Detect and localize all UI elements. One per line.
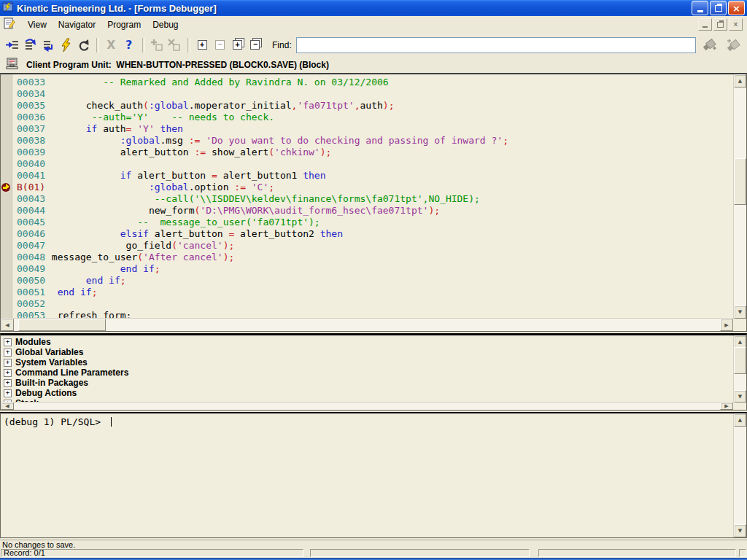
expand-plus-icon[interactable]: + bbox=[4, 349, 12, 357]
collapse-all-button[interactable]: − bbox=[247, 36, 263, 54]
source-vertical-scrollbar[interactable]: ▲ ▼ bbox=[733, 74, 746, 319]
mdi-restore-button[interactable] bbox=[713, 18, 727, 31]
mdi-close-button[interactable]: × bbox=[729, 18, 743, 31]
gutter-cell[interactable] bbox=[1, 147, 17, 158]
tree-item-system-variables[interactable]: +System Variables bbox=[1, 357, 733, 368]
tree-item-modules[interactable]: +Modules bbox=[1, 337, 733, 347]
expand-plus-icon[interactable]: + bbox=[4, 369, 12, 377]
scroll-thumb[interactable] bbox=[734, 347, 746, 374]
gutter-cell[interactable] bbox=[1, 228, 17, 240]
menu-view[interactable]: View bbox=[22, 18, 53, 32]
gutter-cell[interactable] bbox=[1, 170, 17, 182]
expand-plus-icon[interactable]: + bbox=[4, 379, 12, 387]
scroll-up-button[interactable]: ▲ bbox=[734, 74, 746, 88]
scroll-up-button[interactable]: ▲ bbox=[734, 413, 746, 427]
go-button[interactable] bbox=[58, 36, 74, 54]
tree-item-built-in-packages[interactable]: +Built-in Packages bbox=[1, 378, 733, 388]
gutter-cell[interactable] bbox=[1, 88, 17, 100]
expand-all-button[interactable]: + bbox=[230, 36, 246, 54]
reset-button[interactable] bbox=[75, 36, 91, 54]
help-button[interactable]: ? bbox=[120, 36, 136, 54]
status-message: No changes to save. bbox=[0, 540, 747, 549]
expand-all-icon: + bbox=[233, 40, 242, 50]
insert-item-button[interactable] bbox=[149, 36, 165, 54]
gutter-cell[interactable] bbox=[1, 135, 17, 147]
code-line: 00041 if alert_button = alert_button1 th… bbox=[1, 170, 733, 182]
stop-button[interactable]: X bbox=[103, 36, 119, 54]
tree-item-label: Modules bbox=[15, 337, 51, 347]
scroll-left-button[interactable]: ◀ bbox=[1, 402, 14, 410]
step-out-button[interactable] bbox=[40, 36, 56, 54]
step-over-button[interactable] bbox=[22, 36, 38, 54]
console-vertical-scrollbar[interactable]: ▲ ▼ bbox=[733, 413, 746, 537]
scroll-thumb[interactable] bbox=[18, 319, 106, 331]
scroll-right-button[interactable]: ▶ bbox=[720, 402, 733, 410]
gutter-cell[interactable] bbox=[1, 240, 17, 252]
scroll-right-button[interactable]: ▶ bbox=[720, 319, 733, 331]
tree-item-global-variables[interactable]: +Global Variables bbox=[1, 347, 733, 357]
gutter-cell[interactable] bbox=[1, 263, 17, 275]
code-text: end if; bbox=[46, 275, 126, 287]
code-text: -- message_to_user('fa071tpt'); bbox=[46, 217, 320, 228]
gutter-cell[interactable] bbox=[1, 287, 17, 298]
tree-horizontal-scrollbar[interactable]: ◀ ▶ bbox=[1, 402, 733, 410]
expand-plus-icon[interactable]: + bbox=[4, 359, 12, 367]
gutter-cell[interactable] bbox=[1, 252, 17, 263]
line-number: 00040 bbox=[17, 158, 46, 170]
gutter-cell[interactable] bbox=[1, 193, 17, 205]
code-text: end if; bbox=[46, 263, 160, 275]
status-segment bbox=[310, 549, 530, 557]
debug-console-pane[interactable]: (debug 1) PL/SQL> ▲ ▼ bbox=[0, 412, 747, 538]
scroll-down-button[interactable]: ▼ bbox=[734, 306, 746, 319]
search-forward-button[interactable] bbox=[702, 36, 718, 54]
scroll-left-button[interactable]: ◀ bbox=[1, 319, 14, 331]
gutter-cell[interactable] bbox=[1, 298, 17, 310]
code-text: if alert_button = alert_button1 then bbox=[46, 170, 326, 182]
step-into-button[interactable] bbox=[4, 36, 20, 54]
source-horizontal-scrollbar[interactable]: ◀ ▶ bbox=[1, 318, 733, 331]
scroll-down-button[interactable]: ▼ bbox=[734, 390, 746, 402]
gutter-cell[interactable] bbox=[1, 100, 17, 112]
gutter-cell[interactable] bbox=[1, 123, 17, 135]
find-input[interactable] bbox=[296, 37, 696, 53]
gutter-cell[interactable] bbox=[1, 77, 17, 88]
breakpoint-icon[interactable] bbox=[1, 182, 17, 193]
code-line: 00034 bbox=[1, 88, 733, 100]
line-number: 00050 bbox=[17, 275, 46, 287]
toolbar-separator bbox=[187, 38, 190, 52]
gutter-cell[interactable] bbox=[1, 205, 17, 217]
restore-button[interactable] bbox=[710, 1, 727, 15]
collapse-icon: − bbox=[215, 40, 225, 50]
code-lines[interactable]: 00033 -- Remarked and Added by Ravindra … bbox=[1, 74, 733, 319]
gutter-cell[interactable] bbox=[1, 217, 17, 228]
scroll-thumb[interactable] bbox=[734, 158, 746, 205]
gutter-cell[interactable] bbox=[1, 112, 17, 123]
tree-item-command-line-parameters[interactable]: +Command Line Parameters bbox=[1, 368, 733, 378]
code-line-breakpoint: B(01) :global.option := 'C'; bbox=[1, 182, 733, 193]
tree-vertical-scrollbar[interactable]: ▲ ▼ bbox=[733, 335, 746, 402]
title-bar: Kinetic Engineering Ltd. - [Forms Debugg… bbox=[0, 0, 747, 16]
delete-item-button[interactable] bbox=[166, 36, 182, 54]
collapse-button[interactable]: − bbox=[212, 36, 228, 54]
minimize-icon bbox=[697, 10, 703, 12]
menu-navigator[interactable]: Navigator bbox=[53, 18, 101, 32]
expand-icon: + bbox=[198, 40, 207, 50]
search-backward-button[interactable] bbox=[725, 36, 741, 54]
menu-program[interactable]: Program bbox=[101, 18, 147, 32]
minimize-button[interactable] bbox=[692, 1, 708, 15]
close-button[interactable]: × bbox=[728, 1, 745, 15]
line-number: 00047 bbox=[17, 240, 46, 252]
gutter-cell[interactable] bbox=[1, 158, 17, 170]
scroll-up-button[interactable]: ▲ bbox=[734, 335, 746, 348]
scroll-down-button[interactable]: ▼ bbox=[734, 524, 746, 537]
menu-debug[interactable]: Debug bbox=[147, 18, 184, 32]
mdi-minimize-button[interactable] bbox=[698, 18, 712, 31]
close-icon: × bbox=[732, 4, 740, 13]
expand-button[interactable]: + bbox=[194, 36, 210, 54]
expand-plus-icon[interactable]: + bbox=[4, 389, 12, 397]
expand-plus-icon[interactable]: + bbox=[4, 338, 12, 346]
line-number: B(01) bbox=[17, 182, 46, 193]
document-edit-icon[interactable] bbox=[3, 17, 16, 33]
tree-item-debug-actions[interactable]: +Debug Actions bbox=[1, 388, 733, 398]
gutter-cell[interactable] bbox=[1, 275, 17, 287]
